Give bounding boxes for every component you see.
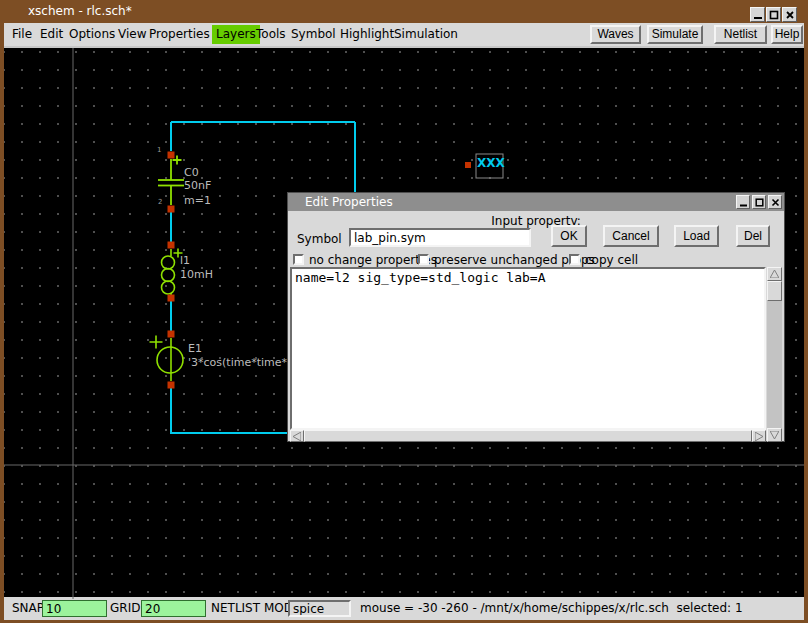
window-title: xschem - rlc.sch* bbox=[28, 4, 132, 18]
minimize-icon bbox=[739, 198, 748, 207]
capacitor-value-label[interactable]: 50nF bbox=[184, 179, 211, 192]
netlist-button[interactable]: Netlist bbox=[714, 25, 767, 44]
dialog-minimize-button[interactable] bbox=[736, 195, 750, 209]
pin-net-label[interactable]: XXX bbox=[477, 156, 504, 170]
ok-button[interactable]: OK bbox=[551, 225, 587, 247]
arrow-left-icon bbox=[293, 432, 301, 441]
vertical-scroll-thumb[interactable] bbox=[767, 281, 782, 301]
vertical-scrollbar[interactable] bbox=[767, 267, 782, 442]
checkbox-row: no change properties preserve unchanged … bbox=[288, 252, 784, 268]
menu-item-highlight[interactable]: Highlight bbox=[336, 25, 398, 44]
scroll-left-button[interactable] bbox=[290, 430, 304, 442]
close-icon bbox=[785, 10, 795, 20]
help-button[interactable]: Help bbox=[771, 25, 803, 44]
window-maximize-button[interactable] bbox=[766, 7, 781, 22]
window-titlebar[interactable]: xschem - rlc.sch* bbox=[0, 0, 808, 23]
minimize-icon bbox=[753, 10, 763, 20]
maximize-icon bbox=[769, 10, 779, 20]
grid-input[interactable] bbox=[141, 600, 206, 617]
simulate-button[interactable]: Simulate bbox=[647, 25, 703, 44]
menu-item-tools[interactable]: Tools bbox=[252, 25, 290, 44]
source-name-label[interactable]: E1 bbox=[188, 342, 202, 355]
symbol-input[interactable] bbox=[349, 228, 531, 247]
del-button[interactable]: Del bbox=[736, 225, 770, 247]
inductor-value-label[interactable]: 10mH bbox=[180, 268, 213, 281]
statusbar: SNAP: GRID: NETLIST MODE: mouse = -30 -2… bbox=[4, 597, 804, 620]
dialog-maximize-button[interactable] bbox=[752, 195, 766, 209]
menu-item-options[interactable]: Options bbox=[65, 25, 119, 44]
load-button[interactable]: Load bbox=[674, 225, 719, 247]
copy-cell-checkbox[interactable] bbox=[569, 254, 580, 265]
menu-item-file[interactable]: File bbox=[8, 25, 36, 44]
grid-label: GRID: bbox=[110, 601, 144, 615]
arrow-right-icon bbox=[755, 432, 763, 441]
waves-button[interactable]: Waves bbox=[590, 25, 641, 44]
horizontal-scrollbar[interactable] bbox=[290, 430, 766, 442]
property-text-area[interactable]: name=l2 sig_type=std_logic lab=A bbox=[290, 267, 766, 430]
scroll-up-button[interactable] bbox=[767, 267, 782, 281]
arrow-down-icon bbox=[770, 431, 779, 439]
menu-item-properties[interactable]: Properties bbox=[145, 25, 214, 44]
capacitor-param-label[interactable]: m=1 bbox=[184, 194, 211, 207]
capacitor-name-label[interactable]: C0 bbox=[184, 166, 199, 179]
menubar: File Edit Options View Properties Layers… bbox=[4, 23, 804, 46]
symbol-label: Symbol bbox=[297, 232, 342, 246]
menu-item-simulation[interactable]: Simulation bbox=[390, 25, 462, 44]
edit-properties-dialog: Edit Properties Input property: Symbol O… bbox=[287, 192, 785, 442]
scroll-right-button[interactable] bbox=[752, 430, 766, 442]
netlist-mode-input[interactable] bbox=[288, 600, 351, 617]
schematic-canvas[interactable]: 1 2 C0 50nF m=1 l1 10mH E1 '3*cos(time*t… bbox=[4, 46, 804, 597]
horizontal-scroll-thumb[interactable] bbox=[304, 430, 752, 442]
preserve-unchanged-props-checkbox[interactable] bbox=[418, 254, 429, 265]
inductor-name-label[interactable]: l1 bbox=[180, 254, 190, 267]
scroll-down-button[interactable] bbox=[767, 428, 782, 442]
close-icon bbox=[771, 198, 780, 207]
arrow-up-icon bbox=[770, 270, 779, 278]
xschem-window: xschem - rlc.sch* File Edit Options View… bbox=[0, 0, 808, 623]
menu-item-symbol[interactable]: Symbol bbox=[287, 25, 340, 44]
mouse-status-text: mouse = -30 -260 - /mnt/x/home/schippes/… bbox=[360, 601, 743, 615]
maximize-icon bbox=[755, 198, 764, 207]
source-symbol[interactable] bbox=[150, 336, 184, 382]
capacitor-pin2-number: 2 bbox=[158, 198, 162, 206]
copy-cell-label[interactable]: copy cell bbox=[585, 253, 638, 267]
dialog-titlebar[interactable]: Edit Properties bbox=[288, 193, 784, 211]
dialog-title: Edit Properties bbox=[305, 195, 393, 209]
menu-item-edit[interactable]: Edit bbox=[36, 25, 67, 44]
cancel-button[interactable]: Cancel bbox=[603, 225, 659, 247]
capacitor-pin1-number: 1 bbox=[157, 146, 161, 154]
window-close-button[interactable] bbox=[782, 7, 797, 22]
dialog-close-button[interactable] bbox=[768, 195, 782, 209]
window-minimize-button[interactable] bbox=[750, 7, 765, 22]
no-change-properties-checkbox[interactable] bbox=[293, 254, 304, 265]
snap-input[interactable] bbox=[42, 600, 107, 617]
